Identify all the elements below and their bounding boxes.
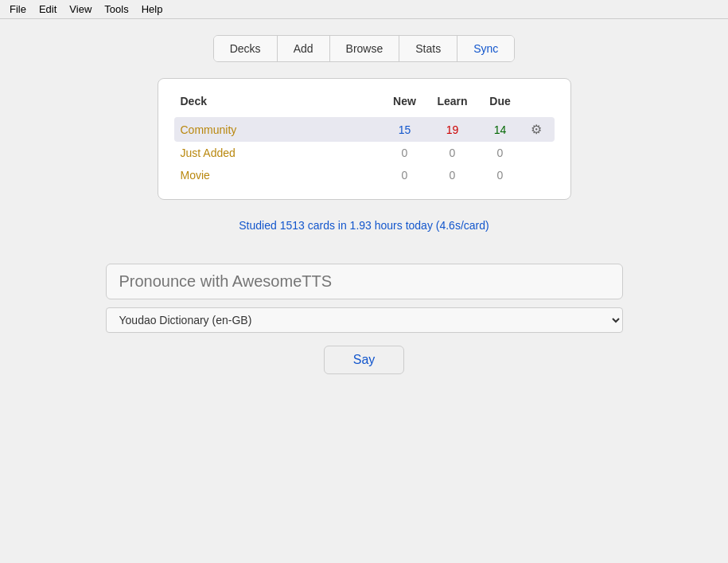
say-button[interactable]: Say [324, 346, 405, 374]
gear-community[interactable]: ⚙ [524, 122, 548, 137]
tab-decks[interactable]: Decks [214, 36, 278, 61]
menu-tools[interactable]: Tools [98, 2, 134, 17]
deck-new-movie: 0 [381, 169, 429, 182]
deck-new-just-added: 0 [381, 147, 429, 159]
tab-stats[interactable]: Stats [399, 36, 457, 61]
deck-table-header: Deck New Learn Due [174, 92, 555, 111]
deck-name-movie: Movie [181, 169, 381, 182]
deck-due-just-added: 0 [477, 147, 524, 159]
deck-name-community: Community [181, 123, 381, 136]
tab-bar: Decks Add Browse Stats Sync [213, 35, 516, 62]
menu-view[interactable]: View [63, 2, 98, 17]
tab-sync[interactable]: Sync [457, 36, 514, 61]
menubar: File Edit View Tools Help [0, 0, 728, 19]
menu-file[interactable]: File [3, 2, 33, 17]
tts-input[interactable] [106, 264, 623, 299]
header-learn: Learn [429, 95, 477, 108]
deck-learn-just-added: 0 [429, 147, 477, 159]
deck-table-container: Deck New Learn Due Community 15 19 14 ⚙ … [158, 78, 571, 200]
stats-text: Studied 1513 cards in 1.93 hours today (… [239, 219, 489, 232]
menu-edit[interactable]: Edit [33, 2, 63, 17]
deck-learn-movie: 0 [429, 169, 477, 182]
header-due: Due [477, 95, 524, 108]
tab-add[interactable]: Add [278, 36, 330, 61]
deck-row-movie[interactable]: Movie 0 0 0 [174, 164, 555, 186]
deck-due-movie: 0 [477, 169, 524, 182]
deck-due-community: 14 [477, 123, 524, 136]
deck-name-just-added: Just Added [181, 147, 381, 159]
main-content: Decks Add Browse Stats Sync Deck New Lea… [0, 19, 728, 374]
deck-new-community: 15 [381, 123, 429, 136]
header-new: New [381, 95, 429, 108]
tab-browse[interactable]: Browse [330, 36, 400, 61]
header-deck: Deck [181, 95, 381, 108]
tts-voice-select[interactable]: Youdao Dictionary (en-GB) [106, 307, 623, 333]
menu-help[interactable]: Help [135, 2, 169, 17]
tts-section: Youdao Dictionary (en-GB) Say [106, 264, 623, 374]
deck-row-community[interactable]: Community 15 19 14 ⚙ [174, 117, 555, 142]
deck-learn-community: 19 [429, 123, 477, 136]
deck-row-just-added[interactable]: Just Added 0 0 0 [174, 142, 555, 164]
gear-icon[interactable]: ⚙ [531, 123, 542, 136]
